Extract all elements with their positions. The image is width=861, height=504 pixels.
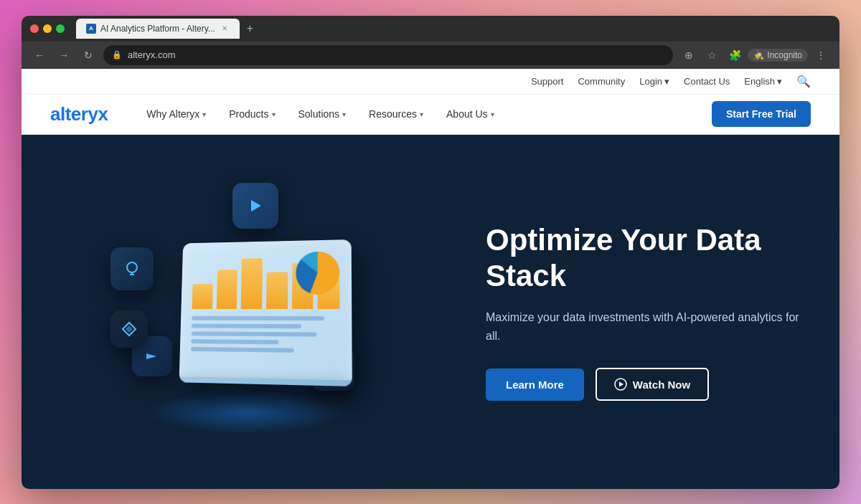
- tab-bar: A AI Analytics Platform - Altery... ✕ +: [76, 19, 258, 39]
- bar-3: [240, 258, 262, 309]
- url-text: alteryx.com: [128, 49, 175, 60]
- watch-now-label: Watch Now: [633, 379, 690, 391]
- hero-illustration: [22, 135, 471, 489]
- pie-chart: [296, 251, 339, 295]
- toolbar-actions: ⊕ ☆ 🧩 🕵 Incognito ⋮: [679, 45, 831, 65]
- svg-marker-13: [126, 325, 133, 333]
- bar-2: [216, 270, 237, 309]
- language-label: English: [744, 76, 775, 87]
- bar-4: [266, 272, 288, 309]
- dashboard-book: [179, 239, 352, 386]
- logo[interactable]: alteryx: [50, 103, 108, 125]
- tab-title: AI Analytics Platform - Altery...: [100, 24, 215, 34]
- svg-marker-0: [251, 200, 261, 211]
- active-tab[interactable]: A AI Analytics Platform - Altery... ✕: [76, 19, 240, 39]
- svg-marker-15: [619, 382, 624, 387]
- bookmark-icon[interactable]: ☆: [702, 45, 722, 65]
- incognito-icon: 🕵: [753, 50, 764, 60]
- back-button[interactable]: ←: [30, 46, 49, 65]
- cast-icon[interactable]: ⊕: [679, 45, 699, 65]
- arrow-right-icon: [142, 346, 162, 366]
- text-line-4: [191, 339, 278, 344]
- login-chevron-icon: ▾: [664, 76, 669, 87]
- website-content: Support Community Login ▾ Contact Us Eng…: [22, 69, 839, 489]
- main-nav: alteryx Why Alteryx ▾ Products ▾ Solutio…: [22, 95, 839, 135]
- minimize-button[interactable]: [43, 24, 52, 33]
- text-line-1: [192, 315, 324, 320]
- browser-titlebar: A AI Analytics Platform - Altery... ✕ +: [22, 16, 839, 42]
- play-circle-icon: [614, 378, 627, 391]
- nav-label-products: Products: [229, 108, 268, 120]
- nav-label-about-us: About Us: [446, 108, 488, 120]
- extensions-icon[interactable]: 🧩: [725, 45, 745, 65]
- more-options-button[interactable]: ⋮: [811, 45, 831, 65]
- illustration-container: [96, 176, 397, 448]
- lock-icon: 🔒: [112, 50, 122, 60]
- new-tab-button[interactable]: +: [243, 22, 258, 35]
- diamond-icon: [120, 320, 138, 338]
- learn-more-button[interactable]: Learn More: [486, 369, 584, 401]
- nav-item-resources[interactable]: Resources ▾: [359, 103, 433, 125]
- tab-favicon: A: [86, 24, 96, 34]
- hero-section: Optimize Your Data Stack Maximize your d…: [22, 135, 839, 489]
- text-line-3: [191, 331, 316, 336]
- tab-close-button[interactable]: ✕: [220, 24, 230, 34]
- start-trial-button[interactable]: Start Free Trial: [712, 101, 811, 127]
- hero-title: Optimize Your Data Stack: [486, 222, 811, 295]
- floor-glow: [146, 391, 347, 434]
- play-triangle-icon: [244, 194, 267, 217]
- nav-item-solutions[interactable]: Solutions ▾: [288, 103, 357, 125]
- about-us-chevron-icon: ▾: [491, 110, 494, 118]
- community-link[interactable]: Community: [578, 76, 625, 87]
- maximize-button[interactable]: [56, 24, 65, 33]
- nav-links: Why Alteryx ▾ Products ▾ Solutions ▾ Res…: [136, 103, 712, 125]
- incognito-label: Incognito: [767, 50, 802, 60]
- support-link[interactable]: Support: [531, 76, 564, 87]
- text-lines: [190, 315, 339, 353]
- browser-toolbar: ← → ↻ 🔒 alteryx.com ⊕ ☆ 🧩 🕵 Incognito ⋮: [22, 42, 839, 69]
- icon-chip-bottom-far: [110, 310, 148, 348]
- traffic-lights: [30, 24, 65, 33]
- icon-chip-left: [110, 247, 154, 290]
- login-link[interactable]: Login ▾: [639, 76, 669, 87]
- why-alteryx-chevron-icon: ▾: [202, 110, 206, 118]
- watch-now-button[interactable]: Watch Now: [596, 368, 709, 401]
- nav-item-products[interactable]: Products ▾: [219, 103, 285, 125]
- search-icon[interactable]: 🔍: [796, 75, 811, 88]
- products-chevron-icon: ▾: [272, 110, 276, 118]
- svg-marker-4: [146, 353, 156, 359]
- bar-1: [192, 284, 212, 309]
- close-button[interactable]: [30, 24, 39, 33]
- nav-label-solutions: Solutions: [298, 108, 340, 120]
- icon-chip-top: [232, 183, 278, 229]
- login-label: Login: [639, 76, 662, 87]
- hero-buttons: Learn More Watch Now: [486, 368, 811, 401]
- nav-item-about-us[interactable]: About Us ▾: [436, 103, 504, 125]
- forward-button[interactable]: →: [55, 46, 73, 65]
- hero-subtitle: Maximize your data investments with AI-p…: [486, 308, 811, 345]
- svg-point-1: [127, 262, 137, 272]
- refresh-button[interactable]: ↻: [79, 46, 98, 65]
- address-bar[interactable]: 🔒 alteryx.com: [103, 45, 673, 65]
- text-line-2: [191, 323, 301, 328]
- text-line-5: [190, 346, 293, 352]
- browser-window: A AI Analytics Platform - Altery... ✕ + …: [22, 16, 839, 489]
- contact-us-link[interactable]: Contact Us: [684, 76, 730, 87]
- book-spine: [179, 376, 352, 386]
- nav-item-why-alteryx[interactable]: Why Alteryx ▾: [136, 103, 216, 125]
- nav-label-resources: Resources: [369, 108, 417, 120]
- hero-text: Optimize Your Data Stack Maximize your d…: [471, 222, 839, 401]
- nav-label-why-alteryx: Why Alteryx: [146, 108, 199, 120]
- language-chevron-icon: ▾: [777, 76, 782, 87]
- lightbulb-icon: [121, 258, 143, 280]
- solutions-chevron-icon: ▾: [342, 110, 346, 118]
- incognito-badge: 🕵 Incognito: [748, 49, 808, 62]
- utility-bar: Support Community Login ▾ Contact Us Eng…: [22, 69, 839, 95]
- language-selector[interactable]: English ▾: [744, 76, 782, 87]
- resources-chevron-icon: ▾: [420, 110, 423, 118]
